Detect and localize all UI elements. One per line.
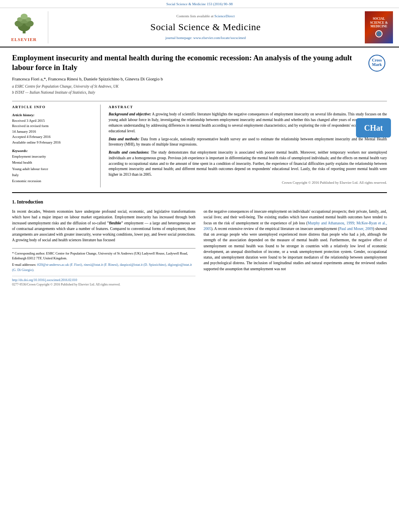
section-divider [12,192,387,193]
cover-title-text: SOCIAL SCIENCE & MEDICINE [366,17,391,29]
authors-line: Francesca Fiori a,*, Francesca Rinesi b,… [12,76,387,82]
article-info-column: ARTICLE INFO Article history: Received 3… [12,105,101,188]
doi-link[interactable]: http://dx.doi.org/10.1016/j.socscimed.20… [12,278,195,282]
elsevier-logo: ELSEVIER [4,11,48,43]
affiliations: a ESRC Centre for Population Change, Uni… [12,84,387,95]
abstract-label: ABSTRACT [109,105,387,110]
journal-citation: Social Science & Medicine 153 (2016) 90–… [0,0,399,8]
journal-header: ELSEVIER Contents lists available at Sci… [0,8,399,47]
keyword-3: Young adult labour force [12,166,95,172]
abstract-para-1: Background and objective: A growing body… [109,112,387,134]
abstract-text-3: The study demonstrates that employment i… [109,150,387,177]
article-history-block: Article history: Received 3 April 2015 R… [12,112,95,145]
journal-cover-image: SOCIAL SCIENCE & MEDICINE 🌐 [363,11,395,43]
journal-homepage-link[interactable]: www.elsevier.com/locate/socscimed [193,36,246,40]
divider [12,101,387,101]
history-label: Article history: [12,113,35,117]
keyword-2: Mental health [12,160,95,166]
abstract-intro-2: Data and methods: [109,137,140,141]
bottom-copyright: http://dx.doi.org/10.1016/j.socscimed.20… [12,276,195,287]
keyword-1: Employment insecurity [12,154,95,160]
footnote-corresponding: * Corresponding author. ESRC Centre for … [12,251,195,261]
abstract-intro-1: Background and objective: [109,112,151,116]
keywords-label: Keywords: [12,148,95,154]
info-abstract-container: ARTICLE INFO Article history: Received 3… [12,105,387,188]
svg-point-7 [21,14,28,19]
svg-text:Mark: Mark [372,62,382,67]
affiliation-b: b ISTAT — Italian National Institute of … [12,90,387,95]
elsevier-tree-icon [10,12,38,36]
email-links[interactable]: ff20@st-andrews.ac.uk (F. Fiori), rinesi… [12,263,192,272]
affiliation-a: a ESRC Centre for Population Change, Uni… [12,84,387,89]
crossmark-badge: Cross Mark [367,53,387,72]
abstract-copyright: Crown Copyright © 2016 Published by Else… [109,180,387,185]
cover-globe-icon: 🌐 [375,30,383,37]
footnote-emails: E-mail addresses: ff20@st-andrews.ac.uk … [12,262,195,273]
received-date: Received 3 April 2015 [12,118,95,124]
article-title: Employment insecurity and mental health … [12,53,363,73]
revised-label: Received in revised form [12,123,95,129]
svg-text:Cross: Cross [372,58,382,62]
abstract-column: ABSTRACT Background and objective: A gro… [109,105,387,188]
journal-homepage: journal homepage: www.elsevier.com/locat… [165,35,246,41]
journal-title: Social Science & Medicine [150,21,261,34]
contents-available-text: Contents lists available at ScienceDirec… [177,14,235,19]
footnote-area: * Corresponding author. ESRC Centre for … [12,248,195,273]
abstract-text-2: Data from a large-scale, nationally repr… [109,137,387,147]
cover-box: SOCIAL SCIENCE & MEDICINE 🌐 [365,11,393,43]
introduction-heading: 1. Introduction [12,199,387,205]
abstract-intro-3: Results and conclusions: [109,150,149,154]
introduction-section: 1. Introduction In recent decades, Weste… [12,199,387,287]
chat-widget-button[interactable]: CHat [356,118,391,138]
introduction-left-col: In recent decades, Western economies hav… [12,209,195,287]
abstract-para-2: Data and methods: Data from a large-scal… [109,137,387,148]
keyword-5: Economic recession [12,178,95,184]
article-title-section: Employment insecurity and mental health … [12,53,387,73]
keywords-list: Employment insecurity Mental health Youn… [12,154,95,184]
article-info-label: ARTICLE INFO [12,105,95,110]
issn-text: 0277-9536/Crown Copyright © 2016 Publish… [12,282,195,287]
elsevier-brand-text: ELSEVIER [11,37,37,43]
available-date: Available online 9 February 2016 [12,140,95,146]
keywords-block: Keywords: Employment insecurity Mental h… [12,148,95,184]
crossmark-icon: Cross Mark [368,55,385,72]
journal-center: Contents lists available at ScienceDirec… [52,11,359,43]
intro-para-left: In recent decades, Western economies hav… [12,209,195,243]
ref-paul-2009[interactable]: Paul and Moser, 2009 [339,227,373,231]
introduction-right-col: on the negative consequences of insecure… [204,209,387,287]
intro-para-right: on the negative consequences of insecure… [204,209,387,272]
sciencedirect-link[interactable]: ScienceDirect [214,14,234,18]
abstract-para-3: Results and conclusions: The study demon… [109,150,387,178]
accepted-date: Accepted 4 February 2016 [12,134,95,140]
revised-date: 14 January 2016 [12,129,95,135]
introduction-columns: In recent decades, Western economies hav… [12,209,387,287]
keyword-4: Italy [12,172,95,178]
article-content: Employment insecurity and mental health … [0,47,399,291]
